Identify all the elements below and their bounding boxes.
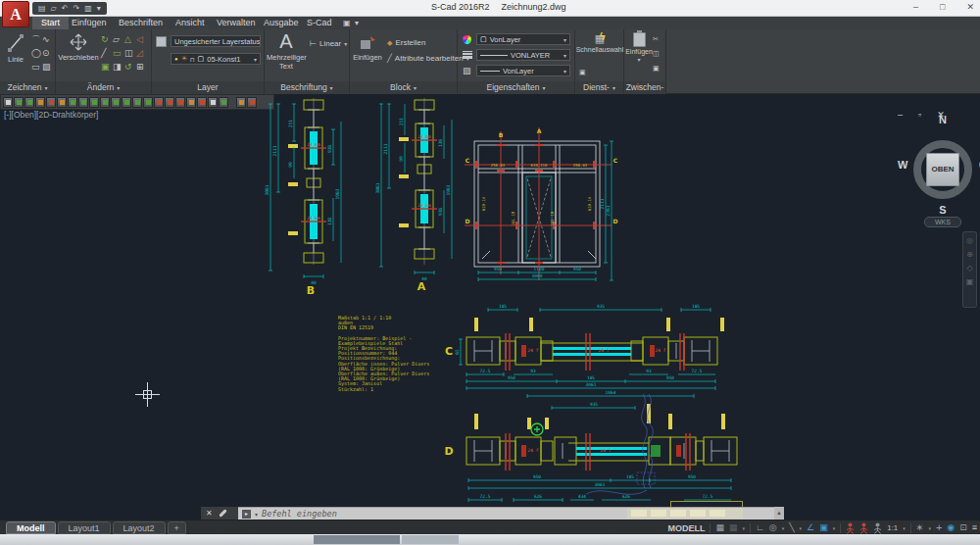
toolbar-button[interactable]	[100, 97, 110, 108]
paste-button[interactable]: Einfügen ▾	[627, 32, 651, 63]
scale-icon[interactable]: ▣	[101, 61, 113, 73]
grid-toggle-icon[interactable]: ▦	[715, 520, 724, 535]
mirror-icon[interactable]: △	[124, 33, 136, 45]
toolbar-button[interactable]	[78, 97, 88, 108]
toolbar-button[interactable]	[89, 97, 99, 108]
offset-icon[interactable]: ◨	[113, 61, 124, 73]
scale-settings-icon[interactable]: ▾	[903, 525, 906, 531]
ribbon-toggle-icon[interactable]: ▣	[343, 17, 351, 29]
panel-label-aendern[interactable]: Ändern▾	[56, 81, 151, 94]
tab-scad[interactable]: S-Cad	[298, 17, 341, 29]
qat-customize-icon[interactable]: ▾	[97, 2, 101, 15]
object-color-dropdown[interactable]: ▢ VonLayer▾	[476, 33, 570, 45]
command-history-icon[interactable]: ▾	[255, 511, 258, 518]
snap-settings-icon[interactable]: ▾	[742, 525, 745, 531]
viewcube-face-top[interactable]: OBEN	[926, 153, 959, 186]
viewcube-west[interactable]: W	[898, 159, 907, 171]
minimize-button[interactable]: –	[913, 2, 918, 12]
workspace-settings-icon[interactable]: ▾	[928, 525, 931, 531]
tab-ansicht[interactable]: Ansicht	[167, 17, 214, 29]
isodraft-settings-icon[interactable]: ▾	[800, 525, 803, 531]
panel-label-eigenschaften[interactable]: Eigenschaften▾	[458, 81, 574, 94]
rectangle-icon[interactable]: ▭	[31, 61, 42, 73]
annotation-scale-value[interactable]: 1:1	[887, 523, 898, 532]
toolbar-button[interactable]	[24, 97, 34, 108]
toolbar-button[interactable]	[175, 97, 185, 108]
toolbar-button[interactable]	[57, 97, 67, 108]
viewport-controls[interactable]: [-][Oben][2D-Drahtkörper]	[4, 110, 98, 120]
customization-menu-icon[interactable]: ≡	[972, 520, 977, 535]
tab-layout1[interactable]: Layout1	[58, 521, 111, 534]
calculator-icon[interactable]: ▣	[579, 67, 586, 78]
stretch-icon[interactable]: ▱	[113, 33, 124, 45]
mtext-button[interactable]: A Mehrzeiliger Text	[269, 30, 304, 71]
toolbar-button[interactable]	[197, 97, 207, 108]
toolbar-button[interactable]	[132, 97, 142, 108]
arc-icon[interactable]: ⌒	[31, 33, 42, 45]
otrack-toggle-icon[interactable]: ∠	[807, 520, 814, 535]
line-button[interactable]: Linie	[3, 32, 28, 64]
close-button[interactable]: ✕	[966, 2, 974, 12]
block-create-button[interactable]: ◆ Erstellen	[387, 38, 426, 47]
undo-mod-icon[interactable]: ↺	[124, 61, 136, 73]
panel-label-dienst[interactable]: Dienst-▾	[575, 81, 623, 94]
layer-dropdown[interactable]: ● ☀ ⊓ ▢ 05-Konst1▾	[171, 53, 261, 65]
drawing-canvas[interactable]: [-][Oben][2D-Drahtkörper] – ▫ ✕ N W OBEN…	[0, 94, 980, 520]
toolbar-button[interactable]	[219, 97, 228, 108]
annotation-monitor-icon[interactable]: +	[936, 520, 942, 535]
toolbar-button[interactable]	[186, 97, 196, 108]
toolbar-button[interactable]	[68, 97, 77, 108]
ribbon-toggle-arrow-icon[interactable]: ▾	[355, 17, 359, 29]
cut-icon[interactable]: ✂	[653, 33, 660, 45]
redo-icon[interactable]: ↷	[73, 2, 79, 15]
command-wrench-icon[interactable]	[219, 509, 226, 517]
panel-label-zeichnen[interactable]: Zeichnen▾	[0, 81, 55, 94]
layer-state-dropdown[interactable]: Ungesicherter Layerstatus▾	[171, 35, 261, 47]
maximize-button[interactable]: □	[940, 2, 945, 12]
polar-toggle-icon[interactable]: ◎	[769, 520, 777, 535]
tab-layout2[interactable]: Layout2	[113, 521, 166, 534]
viewcube[interactable]: N W OBEN O S WKS	[896, 114, 980, 229]
toolbar-button[interactable]	[111, 97, 121, 108]
toolbar-button[interactable]	[154, 97, 164, 108]
clean-screen-icon[interactable]: ⊡	[959, 520, 967, 535]
trim-icon[interactable]: ◿	[136, 47, 148, 59]
hardware-acceleration-icon[interactable]: ◉	[947, 520, 955, 535]
osnap-settings-icon[interactable]: ▾	[833, 525, 836, 531]
copy-icon[interactable]: ◫	[653, 48, 660, 60]
autoscale-icon[interactable]	[859, 522, 868, 534]
toolbar-button[interactable]	[165, 97, 174, 108]
workspace-gear-icon[interactable]: ∗	[916, 520, 924, 535]
viewcube-south[interactable]: S	[896, 204, 980, 216]
toolbar-button[interactable]	[46, 97, 56, 108]
ortho-toggle-icon[interactable]: ∟	[756, 520, 764, 535]
tab-beschriften[interactable]: Beschriften	[110, 17, 172, 29]
panel-label-beschriftung[interactable]: Beschriftung▾	[265, 81, 349, 94]
block-insert-button[interactable]: Einfügen	[352, 32, 383, 62]
command-scroll-up-icon[interactable]: ▲	[774, 507, 784, 520]
orbit-icon[interactable]: ▣	[966, 278, 974, 286]
circle-icon[interactable]: ◯	[31, 47, 42, 59]
array-icon[interactable]: ◫	[124, 47, 136, 59]
steering-wheel-icon[interactable]: ◎	[966, 237, 973, 245]
tab-modell[interactable]: Modell	[6, 521, 56, 534]
fillet-icon[interactable]: ▭	[113, 47, 124, 59]
snap-toggle-icon[interactable]: ▦	[729, 520, 738, 535]
ellipse-icon[interactable]: ⊙	[42, 47, 53, 59]
panel-label-layer[interactable]: Layer	[152, 81, 264, 94]
app-logo[interactable]: A	[2, 1, 29, 27]
print-icon[interactable]: ▥	[84, 2, 92, 15]
toolbar-button[interactable]	[236, 97, 246, 108]
undo-icon[interactable]: ↶	[62, 2, 69, 15]
annotation-visibility-icon[interactable]	[846, 522, 855, 534]
quick-select-button[interactable]: ▦ϟ Schnellauswahl	[577, 32, 622, 53]
polar-settings-icon[interactable]: ▾	[782, 525, 785, 531]
explode-icon[interactable]: ⊞	[136, 61, 148, 73]
annotation-scale-icon[interactable]	[873, 522, 882, 534]
toolbar-button[interactable]	[247, 97, 257, 108]
toolbar-button[interactable]	[35, 97, 45, 108]
rotate-icon[interactable]: ↻	[101, 33, 113, 45]
revcloud-icon[interactable]: ∿	[42, 33, 53, 45]
command-close-icon[interactable]: ✕	[206, 509, 213, 518]
osnap-toggle-icon[interactable]: ▣	[819, 520, 828, 535]
